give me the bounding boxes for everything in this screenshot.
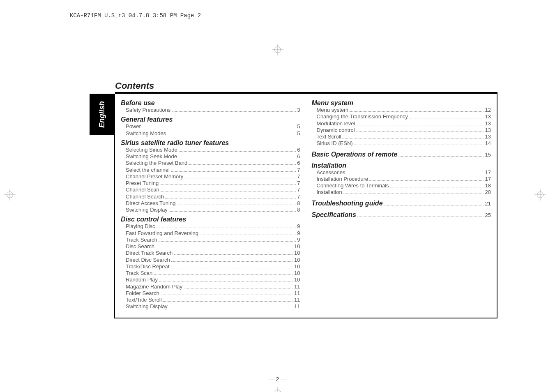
leader-dots: [356, 121, 484, 125]
leader-dots: [384, 201, 484, 205]
toc-page: 6: [297, 147, 300, 153]
toc-label: Magazine Random Play: [121, 284, 182, 290]
contents-columns: Before use Safety Precautions3 General f…: [114, 94, 497, 318]
toc-page: 18: [485, 182, 491, 189]
toc-row: Menu system12: [312, 107, 491, 113]
leader-dots: [172, 108, 296, 112]
toc-page: 13: [485, 127, 491, 134]
toc-row: Selecting Sirius Mode6: [121, 147, 300, 153]
toc-row: Connecting Wires to Terminals18: [312, 182, 491, 189]
toc-page: 11: [294, 290, 300, 297]
toc-page: 10: [294, 277, 300, 283]
toc-row: Changing the Transmission Frequency13: [312, 113, 491, 120]
leader-dots: [354, 141, 484, 145]
leader-dots: [154, 271, 293, 275]
toc-page: 17: [485, 176, 491, 182]
toc-page: 6: [297, 153, 300, 160]
toc-row: Preset Tuning7: [121, 180, 300, 187]
language-tab-label: English: [98, 101, 106, 127]
toc-page: 9: [297, 230, 300, 237]
toc-row: Track Search9: [121, 237, 300, 243]
leader-dots: [350, 108, 484, 112]
leader-dots: [161, 291, 293, 295]
toc-page: 10: [294, 270, 300, 277]
toc-row: Track Scan10: [121, 270, 300, 277]
toc-label: Installation Procedure: [312, 176, 368, 182]
leader-dots: [369, 177, 484, 181]
toc-page: 14: [485, 140, 491, 147]
toc-label: Select the channel: [121, 167, 170, 173]
leader-dots: [169, 208, 296, 212]
section-heading: Installation: [312, 162, 491, 169]
toc-row: Installation20: [312, 189, 491, 196]
leader-dots: [142, 124, 296, 128]
registration-mark-right: [534, 189, 551, 205]
toc-row: Modulation level13: [312, 120, 491, 127]
toc-row: Random Play10: [121, 277, 300, 283]
toc-label: Text Scroll: [312, 134, 341, 140]
toc-heading-label: Troubleshooting guide: [312, 199, 383, 208]
toc-page: 13: [485, 113, 491, 120]
toc-label: Accessories: [312, 169, 345, 176]
toc-row: Magazine Random Play11: [121, 284, 300, 290]
toc-label: Playing Disc: [121, 223, 155, 230]
toc-page: 11: [294, 284, 300, 290]
toc-label: Track Scan: [121, 270, 152, 277]
leader-dots: [160, 181, 296, 185]
toc-row: Dynamic control13: [312, 127, 491, 134]
toc-row: Safety Precautions3: [121, 107, 300, 113]
leader-dots: [169, 304, 293, 308]
leader-dots: [398, 152, 484, 156]
toc-row: Installation Procedure17: [312, 176, 491, 182]
toc-row: Select the channel7: [121, 167, 300, 173]
toc-row: Switching Seek Mode6: [121, 153, 300, 160]
toc-page: 5: [297, 123, 300, 130]
toc-label: Switching Seek Mode: [121, 153, 177, 160]
toc-row: Playing Disc9: [121, 223, 300, 230]
toc-page: 7: [297, 173, 300, 180]
leader-dots: [177, 201, 296, 205]
toc-page: 7: [297, 187, 300, 193]
leader-dots: [356, 128, 484, 132]
toc-label: Connecting Wires to Terminals: [312, 182, 389, 189]
toc-row: Sirius ID (ESN)14: [312, 140, 491, 147]
toc-row: Selecting the Preset Band6: [121, 160, 300, 166]
toc-row: Direct Access Tuning8: [121, 200, 300, 207]
toc-heading-label: Basic Operations of remote: [312, 150, 398, 159]
leader-dots: [170, 264, 293, 268]
leader-dots: [163, 297, 293, 302]
toc-page: 10: [294, 250, 300, 256]
leader-dots: [343, 190, 484, 194]
toc-page: 9: [297, 223, 300, 230]
toc-page: 12: [485, 107, 491, 113]
leader-dots: [171, 167, 296, 171]
toc-row: Channel Preset Memory7: [121, 173, 300, 180]
leader-dots: [159, 277, 293, 281]
toc-page: 3: [297, 107, 300, 113]
toc-label: Preset Tuning: [121, 180, 159, 187]
leader-dots: [184, 284, 293, 288]
toc-label: Text/Title Scroll: [121, 297, 162, 303]
section-heading: Menu system: [312, 99, 491, 107]
toc-label: Track Search: [121, 237, 157, 243]
toc-page: 10: [294, 243, 300, 250]
leader-dots: [200, 231, 296, 235]
toc-label: Sirius ID (ESN): [312, 140, 353, 147]
toc-label: Disc Search: [121, 243, 154, 250]
toc-label: Channel Scan: [121, 187, 159, 193]
toc-label: Random Play: [121, 277, 158, 283]
toc-row: Folder Search11: [121, 290, 300, 297]
toc-heading-row: Specifications25: [312, 211, 491, 219]
toc-label: Direct Disc Search: [121, 257, 170, 263]
toc-page: 25: [485, 212, 491, 219]
toc-row: Switching Display8: [121, 207, 300, 213]
toc-label: Power: [121, 123, 141, 130]
leader-dots: [165, 194, 296, 198]
toc-label: Switching Display: [121, 207, 168, 213]
leader-dots: [357, 212, 484, 217]
toc-heading-row: Basic Operations of remote15: [312, 150, 491, 159]
toc-label: Installation: [312, 189, 342, 196]
toc-label: Fast Fowarding and Reversing: [121, 230, 198, 237]
leader-dots: [157, 224, 296, 228]
section-heading: General features: [121, 116, 300, 123]
